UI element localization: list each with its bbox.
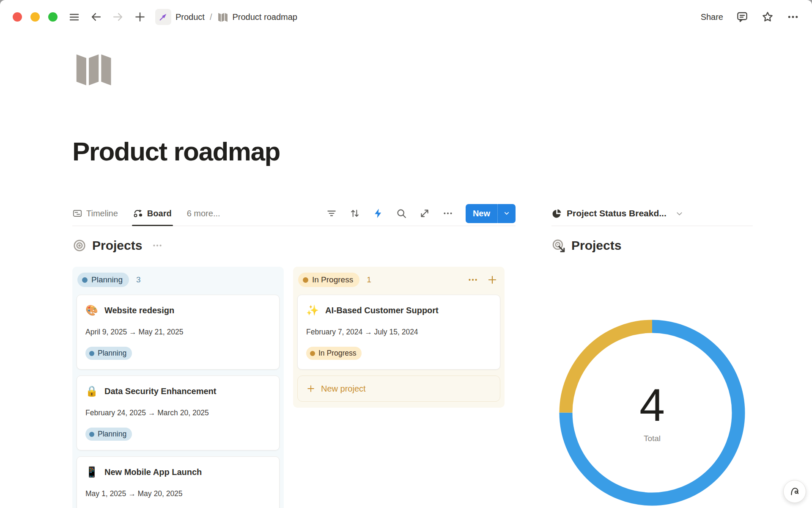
card-title: Data Security Enhancement [104, 385, 217, 397]
project-card[interactable]: 🔒 Data Security Enhancement February 24,… [77, 375, 280, 450]
card-title: Website redesign [104, 304, 174, 316]
filter-icon[interactable] [326, 208, 337, 219]
column-name: In Progress [312, 275, 353, 284]
forward-icon[interactable] [112, 11, 124, 23]
board-group-title: Projects [92, 238, 142, 253]
tab-label: Board [147, 209, 172, 218]
card-emoji-sparkles: ✨ [306, 304, 319, 316]
close-window-button[interactable] [13, 12, 22, 22]
tab-label: Timeline [86, 209, 118, 218]
project-card[interactable]: ✨ AI-Based Customer Support February 7, … [297, 295, 500, 370]
view-tabs-bar: Timeline Board 6 more... [72, 201, 516, 226]
project-card[interactable]: 📱 New Mobile App Launch May 1, 2025 → Ma… [77, 456, 280, 508]
chart-group-title: Projects [571, 238, 621, 253]
timeline-icon [72, 208, 82, 218]
donut-total-value: 4 [639, 382, 665, 428]
back-icon[interactable] [90, 11, 102, 23]
status-dot-icon [303, 277, 308, 283]
page-title: Product roadmap [72, 136, 812, 167]
column-planning: Planning 3 🎨 Website redesign April 9, 2… [72, 267, 284, 508]
breadcrumb-page[interactable]: Product roadmap [233, 12, 297, 22]
board-icon [133, 208, 143, 218]
pie-chart-icon [551, 208, 562, 219]
more-options-icon[interactable] [787, 11, 799, 23]
card-status-tag: Planning [85, 347, 132, 360]
card-dates: April 9, 2025 → May 21, 2025 [85, 327, 271, 337]
menu-icon[interactable] [69, 11, 80, 23]
column-in-progress: In Progress 1 [293, 267, 505, 408]
column-add-icon[interactable] [487, 274, 498, 285]
ai-scribble-icon [789, 486, 801, 497]
lightning-icon[interactable] [373, 208, 384, 219]
card-status-tag: In Progress [306, 347, 362, 360]
new-project-label: New project [321, 384, 366, 394]
card-dates: February 24, 2025 → March 20, 2025 [85, 408, 271, 417]
tab-label: 6 more... [187, 209, 220, 218]
tab-timeline[interactable]: Timeline [72, 201, 118, 226]
new-page-icon[interactable] [134, 11, 146, 23]
status-dot-icon [82, 277, 88, 283]
new-project-button[interactable]: New project [297, 375, 500, 402]
ai-assistant-button[interactable] [783, 480, 806, 503]
status-dot-icon [89, 351, 94, 356]
tab-board[interactable]: Board [133, 201, 172, 226]
chevron-down-icon [675, 209, 684, 218]
chart-selector-label: Project Status Breakd... [567, 208, 667, 218]
status-dot-icon [310, 351, 315, 356]
column-name: Planning [91, 275, 123, 284]
column-more-icon[interactable] [467, 274, 478, 285]
comments-icon[interactable] [736, 11, 749, 23]
card-dates: May 1, 2025 → May 20, 2025 [85, 489, 271, 498]
column-status-pill[interactable]: In Progress [298, 273, 359, 287]
project-card[interactable]: 🎨 Website redesign April 9, 2025 → May 2… [77, 295, 280, 370]
map-page-icon [217, 11, 228, 22]
expand-icon[interactable] [419, 208, 430, 219]
top-bar: Product / Product roadmap Share [0, 0, 812, 34]
breadcrumb-separator: / [210, 12, 212, 22]
window-controls [13, 12, 58, 22]
group-more-icon[interactable] [152, 240, 163, 251]
target-icon [72, 238, 87, 253]
card-emoji-palette: 🎨 [85, 304, 98, 316]
donut-total-label: Total [644, 434, 661, 443]
chart-selector[interactable]: Project Status Breakd... [551, 201, 753, 226]
new-dropdown-chevron-icon[interactable] [498, 204, 516, 223]
card-dates: February 7, 2024 → July 15, 2024 [306, 327, 491, 337]
card-emoji-lock: 🔒 [85, 385, 98, 397]
card-emoji-phone: 📱 [85, 466, 98, 478]
status-donut-chart: 4 Total [559, 320, 745, 506]
new-button-group: New [466, 204, 516, 223]
new-button[interactable]: New [466, 204, 497, 223]
column-count: 3 [136, 275, 141, 284]
page-map-icon[interactable] [72, 51, 124, 88]
view-more-icon[interactable] [442, 208, 453, 219]
card-title: New Mobile App Launch [104, 466, 202, 478]
status-dot-icon [89, 432, 94, 437]
target-arrow-icon [551, 238, 566, 253]
favorite-star-icon[interactable] [761, 11, 774, 23]
share-button[interactable]: Share [701, 12, 723, 22]
zoom-window-button[interactable] [48, 12, 58, 22]
search-icon[interactable] [396, 208, 407, 219]
column-count: 1 [367, 275, 371, 284]
workspace-dart-icon[interactable] [155, 9, 171, 25]
tab-more-views[interactable]: 6 more... [187, 201, 220, 226]
board: Planning 3 🎨 Website redesign April 9, 2… [72, 267, 516, 508]
card-status-tag: Planning [85, 428, 132, 441]
sort-icon[interactable] [349, 208, 360, 219]
plus-icon [306, 384, 315, 393]
breadcrumb: Product / Product roadmap [155, 9, 297, 25]
breadcrumb-workspace[interactable]: Product [176, 12, 205, 22]
card-title: AI-Based Customer Support [325, 304, 439, 316]
app-window: Product / Product roadmap Share Product … [0, 0, 812, 508]
minimize-window-button[interactable] [30, 12, 40, 22]
column-status-pill[interactable]: Planning [77, 273, 129, 287]
